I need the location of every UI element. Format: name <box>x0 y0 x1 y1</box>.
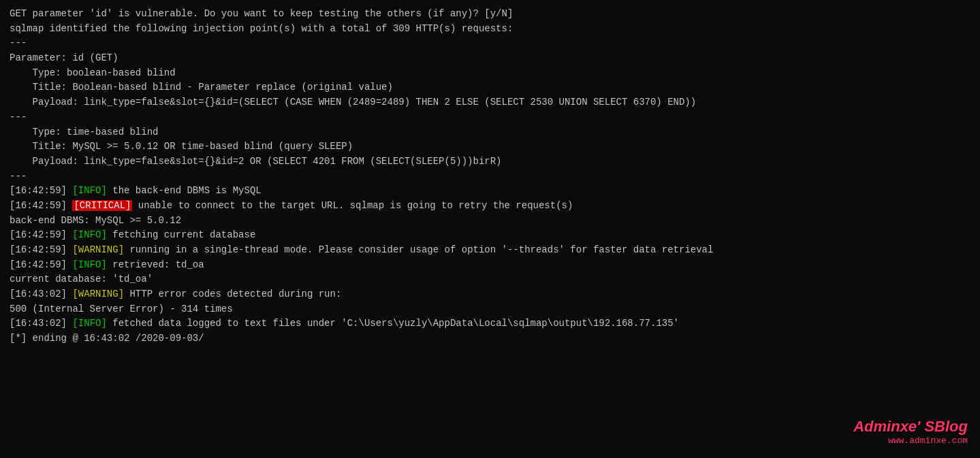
terminal-line: [16:43:02] [WARNING] HTTP error codes de… <box>10 287 970 302</box>
log-message: unable to connect to the target URL. sql… <box>132 200 573 211</box>
terminal-line: Parameter: id (GET) <box>10 51 970 66</box>
log-message: HTTP error codes detected during run: <box>124 289 341 299</box>
terminal-line: --- <box>10 110 970 125</box>
terminal-container: GET parameter 'id' is vulnerable. Do you… <box>10 7 970 346</box>
terminal-line: --- <box>10 36 970 51</box>
terminal-line: Payload: link_type=false&slot={}&id=2 OR… <box>10 154 970 169</box>
log-timestamp: [16:43:02] <box>10 318 72 329</box>
log-timestamp: [16:42:59] <box>10 229 72 240</box>
terminal-line: [16:43:02] [INFO] fetched data logged to… <box>10 316 970 331</box>
terminal-line: Payload: link_type=false&slot={}&id=(SEL… <box>10 95 970 110</box>
log-level: [INFO] <box>72 318 106 329</box>
log-message: the back-end DBMS is MySQL <box>107 185 262 196</box>
terminal-line: Title: MySQL >= 5.0.12 OR time-based bli… <box>10 140 970 154</box>
terminal-line: current database: 'td_oa' <box>10 272 970 287</box>
log-timestamp: [16:43:02] <box>10 289 72 299</box>
terminal-line: Type: boolean-based blind <box>10 66 970 81</box>
terminal-line: Type: time-based blind <box>10 125 970 140</box>
terminal-line: [16:42:59] [CRITICAL] unable to connect … <box>10 199 970 214</box>
log-level: [INFO] <box>72 259 106 270</box>
terminal-line: [16:42:59] [INFO] fetching current datab… <box>10 228 970 243</box>
terminal-line: Title: Boolean-based blind - Parameter r… <box>10 80 970 95</box>
watermark: Adminxe' SBlog www.adminxe.com <box>853 418 968 446</box>
log-level: [INFO] <box>72 229 106 240</box>
log-timestamp: [16:42:59] <box>10 200 72 211</box>
log-level: [CRITICAL] <box>72 200 132 211</box>
log-timestamp: [16:42:59] <box>10 244 72 255</box>
terminal-line: [16:42:59] [WARNING] running in a single… <box>10 243 970 258</box>
terminal-line: --- <box>10 169 970 184</box>
log-message: fetching current database <box>107 229 255 240</box>
log-level: [WARNING] <box>72 289 124 299</box>
terminal-line: sqlmap identified the following injectio… <box>10 22 970 37</box>
terminal-line: [16:42:59] [INFO] the back-end DBMS is M… <box>10 184 970 199</box>
terminal-line: 500 (Internal Server Error) - 314 times <box>10 302 970 317</box>
log-level: [INFO] <box>72 185 106 196</box>
terminal-line: [16:42:59] [INFO] retrieved: td_oa <box>10 258 970 273</box>
log-message: fetched data logged to text files under … <box>107 318 679 329</box>
log-timestamp: [16:42:59] <box>10 259 72 270</box>
log-timestamp: [16:42:59] <box>10 185 72 196</box>
terminal-line: GET parameter 'id' is vulnerable. Do you… <box>10 7 970 22</box>
log-message: retrieved: td_oa <box>107 259 204 270</box>
watermark-url: www.adminxe.com <box>853 436 968 446</box>
terminal-line: [*] ending @ 16:43:02 /2020-09-03/ <box>10 331 970 346</box>
log-message: running in a single-thread mode. Please … <box>124 244 713 255</box>
terminal-line: back-end DBMS: MySQL >= 5.0.12 <box>10 214 970 229</box>
log-level: [WARNING] <box>72 244 124 255</box>
watermark-brand: Adminxe' SBlog <box>853 418 968 436</box>
